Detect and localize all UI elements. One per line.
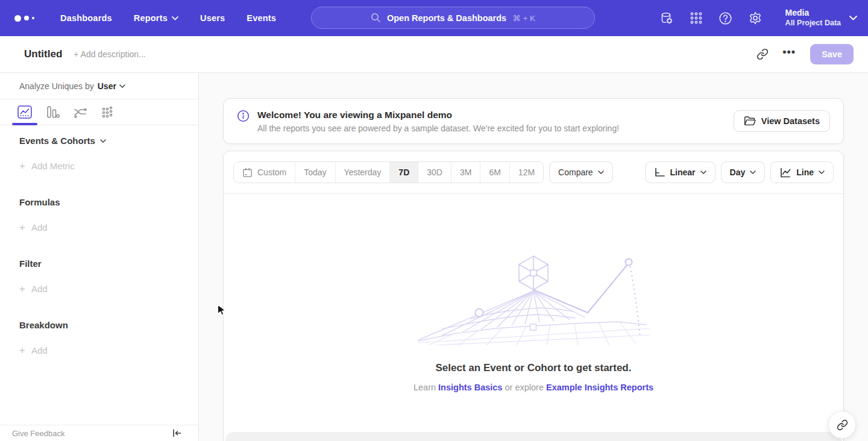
date-range-6m[interactable]: 6M	[480, 162, 509, 183]
report-header-actions: ••• Save	[752, 44, 854, 64]
range-label: 7D	[398, 167, 409, 177]
chevron-down-icon	[172, 16, 178, 20]
events-cohorts-header[interactable]: Events & Cohorts	[19, 136, 179, 146]
insights-report-card: Custom Today Yesterday 7D 30D 3M 6M 12M …	[223, 151, 844, 441]
line-chart-icon	[17, 105, 33, 119]
compare-button[interactable]: Compare	[549, 161, 613, 183]
date-range-12m[interactable]: 12M	[510, 162, 543, 183]
formulas-header: Formulas	[19, 197, 179, 207]
selected-tab-indicator	[12, 123, 37, 125]
action-label: Add	[31, 345, 48, 355]
interval-label: Day	[730, 167, 746, 177]
project-name: Media	[785, 8, 841, 19]
copy-link-button[interactable]	[752, 44, 773, 64]
date-range-7d[interactable]: 7D	[390, 162, 418, 183]
example-insights-reports-link[interactable]: Example Insights Reports	[546, 383, 653, 392]
project-switcher[interactable]: Media All Project Data	[785, 8, 857, 28]
plus-icon: +	[19, 222, 25, 233]
flow-chart-icon	[73, 105, 87, 119]
range-label: Today	[304, 167, 326, 177]
chevron-down-icon	[750, 170, 756, 174]
nav-label: Users	[200, 13, 225, 23]
give-feedback-link[interactable]: Give Feedback	[12, 429, 64, 438]
add-formula-button[interactable]: + Add	[19, 222, 179, 233]
chevron-down-icon	[700, 170, 706, 174]
link-icon	[756, 48, 769, 60]
analyze-by-selector[interactable]: User	[98, 81, 125, 91]
chart-type-label: Line	[796, 167, 814, 177]
insights-basics-link[interactable]: Insights Basics	[438, 383, 502, 392]
date-range-selector: Custom Today Yesterday 7D 30D 3M 6M 12M	[233, 161, 544, 183]
linear-axis-icon	[654, 167, 665, 178]
report-description-placeholder[interactable]: + Add description...	[74, 49, 145, 59]
nav-item-users[interactable]: Users	[200, 13, 225, 23]
breakdown-header: Breakdown	[19, 320, 179, 330]
button-label: View Datasets	[761, 116, 820, 126]
main-content: Welcome! You are viewing a Mixpanel demo…	[199, 73, 868, 441]
filter-header: Filter	[19, 258, 179, 269]
nav-item-dashboards[interactable]: Dashboards	[60, 13, 112, 23]
date-range-30d[interactable]: 30D	[418, 162, 451, 183]
primary-nav: Dashboards Reports Users Events	[60, 13, 276, 23]
empty-state-title: Select an Event or Cohort to get started…	[224, 362, 843, 374]
nav-item-reports[interactable]: Reports	[134, 13, 178, 23]
date-range-today[interactable]: Today	[295, 162, 335, 183]
chart-type-selector[interactable]: Line	[770, 161, 834, 183]
help-icon[interactable]	[718, 10, 734, 26]
tab-metrics-grid[interactable]	[100, 99, 116, 125]
range-label: 6M	[489, 167, 500, 177]
save-button[interactable]: Save	[810, 44, 854, 64]
section-formulas: Formulas + Add	[0, 197, 198, 233]
analyze-label: Analyze Uniques by	[19, 81, 94, 91]
date-range-yesterday[interactable]: Yesterday	[336, 162, 391, 183]
link-icon	[837, 419, 848, 431]
scale-selector[interactable]: Linear	[645, 161, 715, 183]
middle-text: or explore	[505, 383, 543, 392]
learn-prefix: Learn	[414, 383, 436, 392]
analyze-uniques-row: Analyze Uniques by User	[0, 73, 198, 99]
nav-label: Events	[247, 13, 276, 23]
chevron-down-icon	[119, 84, 125, 88]
chevron-down-icon	[849, 16, 857, 20]
empty-state-links: Learn Insights Basics or explore Example…	[224, 383, 843, 392]
ellipsis-icon: •••	[782, 49, 796, 60]
settings-gear-icon[interactable]	[747, 10, 763, 26]
view-datasets-button[interactable]: View Datasets	[734, 110, 830, 132]
report-header: Untitled + Add description... ••• Save	[0, 36, 868, 73]
date-range-custom[interactable]: Custom	[234, 162, 295, 183]
interval-selector[interactable]: Day	[721, 161, 766, 183]
global-search-bar[interactable]: Open Reports & Dashboards ⌘ + K	[311, 7, 595, 29]
empty-state-illustration	[418, 254, 650, 345]
apps-grid-icon[interactable]	[688, 10, 704, 26]
banner-subtitle: All the reports you see are powered by a…	[257, 124, 619, 133]
date-range-3m[interactable]: 3M	[451, 162, 480, 183]
add-metric-button[interactable]: + Add Metric	[19, 161, 179, 171]
action-label: Add	[31, 222, 48, 233]
project-data-scope: All Project Data	[785, 19, 841, 28]
collapse-sidebar-button[interactable]	[172, 429, 181, 437]
nav-right-group: Media All Project Data	[659, 0, 857, 36]
data-management-icon[interactable]	[659, 10, 675, 26]
chevron-down-icon	[819, 170, 825, 174]
metrics-grid-icon	[101, 105, 115, 119]
tab-bar-chart[interactable]	[45, 99, 60, 125]
add-breakdown-button[interactable]: + Add	[19, 345, 179, 355]
nav-label: Dashboards	[60, 13, 112, 23]
mixpanel-logo[interactable]	[14, 15, 47, 22]
tab-line-chart[interactable]	[17, 99, 33, 125]
tab-flow-chart[interactable]	[72, 99, 88, 125]
range-label: 3M	[460, 167, 471, 177]
add-filter-button[interactable]: + Add	[19, 284, 179, 294]
folder-icon	[744, 116, 756, 127]
nav-item-events[interactable]: Events	[247, 13, 276, 23]
section-filter: Filter + Add	[0, 258, 198, 294]
more-options-button[interactable]: •••	[779, 44, 799, 64]
collapse-left-icon	[172, 429, 181, 437]
report-title[interactable]: Untitled	[24, 48, 62, 60]
top-navbar: Dashboards Reports Users Events Open Rep…	[0, 0, 868, 36]
action-label: Add	[31, 284, 48, 294]
share-link-fab[interactable]	[828, 411, 856, 439]
welcome-banner: Welcome! You are viewing a Mixpanel demo…	[223, 98, 844, 144]
search-placeholder: Open Reports & Dashboards	[387, 13, 506, 23]
line-type-icon	[779, 167, 791, 178]
